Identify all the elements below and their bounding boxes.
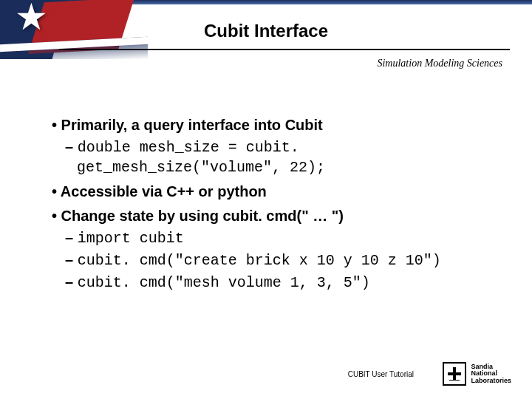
bullet-code-mesh: – cubit. cmd("mesh volume 1, 3, 5"): [52, 272, 502, 293]
code-text: cubit. cmd("create brick x 10 y 10 z 10"…: [78, 252, 441, 269]
bullet-change-state: • Change state by using cubit. cmd(" … "…: [52, 206, 502, 226]
department-label: Simulation Modeling Sciences: [377, 58, 502, 69]
sandia-line3: Laboratories: [471, 378, 511, 384]
title-underline: [59, 49, 510, 50]
sandia-thunderbird-icon: [443, 362, 466, 386]
sandia-label: Sandia National Laboratories: [471, 364, 511, 384]
footer-tutorial-label: CUBIT User Tutorial: [348, 370, 414, 378]
code-text: cubit. cmd("mesh volume 1, 3, 5"): [78, 274, 370, 291]
bullet-code-import: – import cubit: [52, 228, 502, 248]
bullet-primary: • Primarily, a query interface into Cubi…: [52, 115, 502, 135]
code-text: import cubit: [78, 230, 184, 247]
bullet-code-brick: – cubit. cmd("create brick x 10 y 10 z 1…: [52, 250, 502, 270]
bullet-code-meshsize: – double mesh_size = cubit. get_mesh_siz…: [52, 137, 502, 177]
slide-title: Cubit Interface: [0, 21, 532, 41]
slide-content: • Primarily, a query interface into Cubi…: [52, 111, 502, 293]
footer-logo: Sandia National Laboratories: [443, 362, 511, 386]
code-text: double mesh_size = cubit. get_mesh_size(…: [77, 139, 325, 176]
bullet-accessible: • Accessible via C++ or python: [52, 182, 502, 202]
